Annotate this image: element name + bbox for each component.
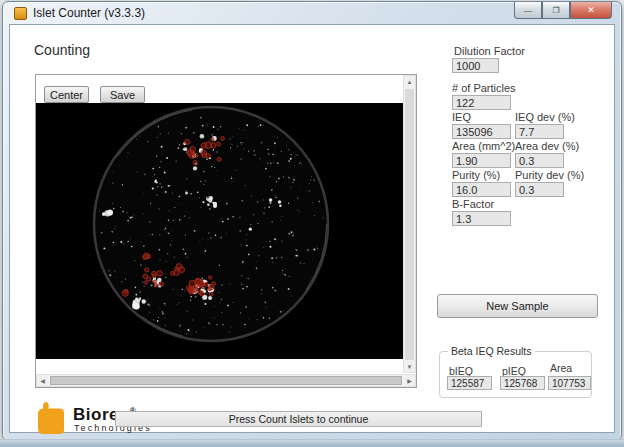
particles-field[interactable]: 122 bbox=[452, 95, 511, 110]
ieq-dev-label: IEQ dev (%) bbox=[515, 111, 575, 123]
page-title: Counting bbox=[34, 42, 90, 58]
close-icon: ✕ bbox=[587, 5, 595, 15]
beta-ieq-results-title: Beta IEQ Results bbox=[448, 345, 535, 357]
titlebar[interactable]: Islet Counter (v3.3.3) — ❐ ✕ bbox=[3, 2, 621, 24]
vertical-scrollbar[interactable]: ▲ ▼ bbox=[403, 75, 416, 373]
dilution-factor-label: Dilution Factor bbox=[454, 45, 525, 57]
dilution-factor-field[interactable]: 1000 bbox=[452, 58, 499, 73]
close-button[interactable]: ✕ bbox=[570, 2, 612, 19]
maximize-button[interactable]: ❐ bbox=[542, 2, 570, 19]
horizontal-scrollbar[interactable]: ◀ ▶ bbox=[36, 374, 416, 387]
app-icon bbox=[14, 7, 27, 20]
beta-ieq-results-group: Beta IEQ Results bIEQ 125587 pIEQ 125768… bbox=[439, 351, 592, 398]
particles-label: # of Particles bbox=[452, 82, 516, 94]
area-dev-field[interactable]: 0.3 bbox=[515, 153, 564, 168]
ieq-label: IEQ bbox=[452, 111, 471, 123]
area-ieq-field[interactable]: 107753 bbox=[548, 376, 591, 390]
purity-field[interactable]: 16.0 bbox=[452, 182, 511, 197]
biorep-hand-icon bbox=[30, 399, 70, 437]
area-field[interactable]: 1.90 bbox=[452, 153, 511, 168]
bieq-field[interactable]: 125587 bbox=[447, 376, 492, 390]
ieq-field[interactable]: 135096 bbox=[452, 124, 511, 139]
horizontal-scroll-thumb[interactable] bbox=[50, 376, 402, 385]
image-viewer-panel: Center Save Img ▲ ▼ ◀ ▶ bbox=[35, 74, 417, 388]
app-window: Islet Counter (v3.3.3) — ❐ ✕ Counting Ce… bbox=[2, 1, 622, 441]
save-img-button[interactable]: Save Img bbox=[100, 86, 145, 103]
dish-image-canvas[interactable] bbox=[36, 103, 403, 359]
purity-dev-field[interactable]: 0.3 bbox=[515, 182, 564, 197]
b-factor-field[interactable]: 1.3 bbox=[452, 211, 511, 226]
scroll-right-icon[interactable]: ▶ bbox=[404, 375, 415, 386]
purity-dev-label: Purity dev (%) bbox=[515, 169, 584, 181]
status-bar: Press Count Islets to continue bbox=[115, 411, 482, 427]
pieq-field[interactable]: 125768 bbox=[500, 376, 545, 390]
new-sample-button[interactable]: New Sample bbox=[437, 294, 598, 318]
window-title: Islet Counter (v3.3.3) bbox=[33, 6, 145, 20]
minimize-button[interactable]: — bbox=[514, 2, 542, 19]
minimize-icon: — bbox=[524, 6, 532, 15]
window-controls: — ❐ ✕ bbox=[514, 2, 612, 19]
vertical-scroll-thumb[interactable] bbox=[405, 89, 414, 360]
area-label: Area (mm^2) bbox=[452, 140, 515, 152]
dish-svg bbox=[36, 103, 403, 359]
maximize-icon: ❐ bbox=[552, 6, 559, 15]
b-factor-label: B-Factor bbox=[452, 198, 494, 210]
scroll-down-icon[interactable]: ▼ bbox=[404, 361, 415, 372]
ieq-dev-field[interactable]: 7.7 bbox=[515, 124, 564, 139]
purity-label: Purity (%) bbox=[452, 169, 500, 181]
scroll-up-icon[interactable]: ▲ bbox=[404, 76, 415, 87]
main-content: Counting Center Save Img ▲ ▼ ◀ ▶ Dilutio… bbox=[9, 24, 615, 433]
desktop-edge bbox=[0, 439, 624, 447]
center-button[interactable]: Center bbox=[44, 86, 89, 103]
scroll-left-icon[interactable]: ◀ bbox=[37, 375, 48, 386]
area-dev-label: Area dev (%) bbox=[515, 140, 579, 152]
